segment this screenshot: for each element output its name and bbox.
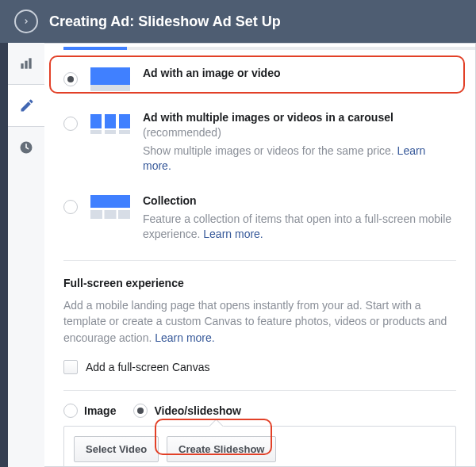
option-title: Collection xyxy=(143,193,456,209)
svg-rect-6 xyxy=(90,114,102,128)
svg-rect-14 xyxy=(105,210,117,219)
thumb-collection-icon xyxy=(90,195,130,219)
canvas-checkbox[interactable] xyxy=(63,360,78,374)
svg-rect-13 xyxy=(90,210,102,219)
section-title: Full-screen experience xyxy=(63,277,456,289)
media-actions-panel: Select Video Create Slideshow xyxy=(63,426,456,467)
left-rail xyxy=(8,43,45,467)
radio-single[interactable] xyxy=(63,72,78,86)
radio-collection[interactable] xyxy=(63,200,78,214)
format-option-collection[interactable]: Collection Feature a collection of items… xyxy=(63,186,456,254)
svg-rect-2 xyxy=(29,58,31,68)
nav-strip xyxy=(0,43,8,467)
media-label: Image xyxy=(84,404,116,417)
page-title: Creating Ad: Slideshow Ad Set Up xyxy=(49,13,281,30)
media-type-row: Image Video/slideshow xyxy=(44,391,475,418)
svg-rect-11 xyxy=(119,130,130,134)
learn-more-link[interactable]: Learn more. xyxy=(203,228,263,240)
svg-rect-0 xyxy=(21,63,23,69)
content-pane: Ad with an image or video Ad with multip… xyxy=(44,43,476,467)
svg-rect-12 xyxy=(90,195,130,208)
svg-rect-15 xyxy=(118,210,130,219)
option-title: Ad with an image or video xyxy=(143,66,456,81)
expand-icon[interactable] xyxy=(14,10,38,33)
canvas-checkbox-row[interactable]: Add a full-screen Canvas xyxy=(63,360,456,374)
svg-rect-8 xyxy=(105,114,116,128)
option-desc: Show multiple images or videos for the s… xyxy=(143,144,456,174)
svg-rect-5 xyxy=(90,85,130,91)
select-video-button[interactable]: Select Video xyxy=(74,436,159,462)
thumb-carousel-icon xyxy=(90,112,130,136)
media-label: Video/slideshow xyxy=(154,404,240,417)
fullscreen-section: Full-screen experience Add a mobile land… xyxy=(44,261,475,374)
section-desc: Add a mobile landing page that opens ins… xyxy=(63,297,456,346)
format-option-list: Ad with an image or video Ad with multip… xyxy=(44,50,475,254)
option-title: Ad with multiple images or videos in a c… xyxy=(143,110,456,140)
svg-rect-10 xyxy=(119,114,130,128)
option-desc: Feature a collection of items that open … xyxy=(143,212,456,243)
progress-track xyxy=(44,44,475,50)
header-bar: Creating Ad: Slideshow Ad Set Up xyxy=(0,0,476,43)
learn-more-link[interactable]: Learn more. xyxy=(155,331,214,344)
radio-image[interactable] xyxy=(63,404,78,418)
svg-rect-7 xyxy=(90,130,102,134)
thumb-single-icon xyxy=(90,67,130,91)
radio-carousel[interactable] xyxy=(63,117,78,131)
media-type-video[interactable]: Video/slideshow xyxy=(133,404,240,418)
radio-video[interactable] xyxy=(133,404,148,418)
format-option-carousel[interactable]: Ad with multiple images or videos in a c… xyxy=(63,102,456,186)
create-slideshow-button[interactable]: Create Slideshow xyxy=(167,436,276,462)
rail-campaign[interactable] xyxy=(8,43,44,84)
svg-rect-9 xyxy=(105,130,116,134)
canvas-checkbox-label: Add a full-screen Canvas xyxy=(86,361,209,373)
media-type-image[interactable]: Image xyxy=(63,404,116,418)
rail-ad-edit[interactable] xyxy=(8,84,45,127)
rail-history[interactable] xyxy=(8,127,44,168)
format-option-single[interactable]: Ad with an image or video xyxy=(63,58,456,102)
svg-rect-1 xyxy=(25,61,27,69)
